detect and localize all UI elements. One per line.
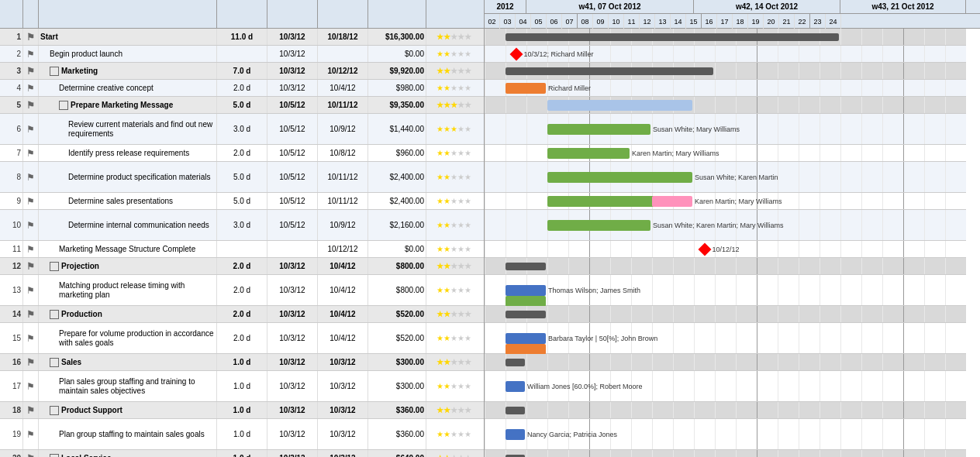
cell-flag[interactable]: ⚑ bbox=[23, 402, 39, 418]
cell-start: 10/5/12 bbox=[267, 114, 318, 144]
cell-flag[interactable]: ⚑ bbox=[23, 258, 39, 274]
cell-priority: ★★★★★ bbox=[426, 193, 481, 209]
gantt-day-label: 09 bbox=[593, 14, 609, 29]
col-header-finish bbox=[318, 0, 368, 28]
cell-finish: 10/3/12 bbox=[318, 402, 368, 418]
cell-duration: 2.0 d bbox=[217, 145, 267, 161]
cell-priority: ★★★★★ bbox=[426, 114, 481, 144]
gantt-row: Barbara Taylor | 50[%]; John Brown bbox=[485, 323, 966, 354]
cell-num: 2 bbox=[0, 46, 23, 62]
cell-name: Determine sales presentations bbox=[39, 193, 217, 209]
table-row: 4⚑Determine creative concept2.0 d10/3/12… bbox=[0, 80, 484, 97]
cell-cost: $520.00 bbox=[368, 306, 426, 322]
cell-num: 18 bbox=[0, 402, 23, 418]
cell-flag[interactable]: ⚑ bbox=[23, 419, 39, 449]
cell-priority: ★★★★★ bbox=[426, 275, 481, 305]
cell-flag[interactable]: ⚑ bbox=[23, 145, 39, 161]
col-header-duration bbox=[217, 0, 267, 28]
cell-duration: 2.0 d bbox=[217, 258, 267, 274]
cell-cost: $980.00 bbox=[368, 80, 426, 96]
cell-start: 10/5/12 bbox=[267, 97, 318, 113]
cell-duration: 2.0 d bbox=[217, 275, 267, 305]
gantt-bar[interactable] bbox=[547, 148, 630, 159]
cell-finish: 10/18/12 bbox=[318, 29, 368, 45]
gantt-bar[interactable] bbox=[506, 407, 525, 414]
gantt-bar[interactable] bbox=[506, 455, 525, 458]
cell-start: 10/3/12 bbox=[267, 80, 318, 96]
gantt-row bbox=[485, 258, 966, 275]
cell-duration: 1.0 d bbox=[217, 354, 267, 370]
gantt-day-label: 10 bbox=[609, 14, 624, 29]
cell-priority: ★★★★★ bbox=[426, 419, 481, 449]
gantt-bar[interactable] bbox=[506, 296, 546, 307]
gantt-bar-label: Susan White; Karen Martin; Mary Williams bbox=[653, 222, 784, 229]
gantt-bar-label: Barbara Taylor | 50[%]; John Brown bbox=[548, 335, 657, 342]
cell-flag[interactable]: ⚑ bbox=[23, 371, 39, 401]
cell-flag[interactable]: ⚑ bbox=[23, 193, 39, 209]
gantt-bar[interactable] bbox=[506, 311, 546, 318]
gantt-bar-label: Karen Martin; Mary Williams bbox=[632, 149, 719, 157]
cell-start: 10/5/12 bbox=[267, 210, 318, 240]
gantt-bar[interactable] bbox=[506, 285, 546, 296]
cell-flag[interactable]: ⚑ bbox=[23, 323, 39, 353]
gantt-bar[interactable] bbox=[506, 83, 546, 94]
cell-flag[interactable]: ⚑ bbox=[23, 450, 39, 457]
cell-duration bbox=[217, 46, 267, 62]
gantt-bar[interactable] bbox=[547, 172, 692, 183]
cell-flag[interactable]: ⚑ bbox=[23, 241, 39, 257]
gantt-bar[interactable] bbox=[506, 33, 839, 41]
cell-cost: $640.00 bbox=[368, 450, 426, 457]
cell-cost: $360.00 bbox=[368, 402, 426, 418]
gantt-bar[interactable] bbox=[652, 196, 692, 207]
cell-flag[interactable]: ⚑ bbox=[23, 63, 39, 79]
cell-flag[interactable]: ⚑ bbox=[23, 354, 39, 370]
cell-duration: 5.0 d bbox=[217, 97, 267, 113]
cell-finish: 10/12/12 bbox=[318, 63, 368, 79]
table-row: 15⚑Prepare for volume production in acco… bbox=[0, 323, 484, 354]
gantt-bar[interactable] bbox=[506, 429, 525, 440]
gantt-bar[interactable] bbox=[506, 263, 546, 270]
gantt-bar[interactable] bbox=[506, 333, 546, 344]
cell-flag[interactable]: ⚑ bbox=[23, 80, 39, 96]
cell-num: 11 bbox=[0, 241, 23, 257]
cell-duration: 3.0 d bbox=[217, 210, 267, 240]
cell-flag[interactable]: ⚑ bbox=[23, 97, 39, 113]
cell-cost: $520.00 bbox=[368, 323, 426, 353]
gantt-week-label: w43, 21 Oct 2012 bbox=[840, 0, 966, 13]
cell-start bbox=[267, 241, 318, 257]
gantt-week-label: w41, 07 Oct 2012 bbox=[526, 0, 694, 13]
cell-cost: $2,160.00 bbox=[368, 210, 426, 240]
cell-finish bbox=[318, 46, 368, 62]
cell-name: Plan sales group staffing and training t… bbox=[39, 371, 217, 401]
cell-cost: $300.00 bbox=[368, 354, 426, 370]
cell-priority: ★★★★★ bbox=[426, 258, 481, 274]
cell-flag[interactable]: ⚑ bbox=[23, 46, 39, 62]
gantt-week-label: 2012 bbox=[485, 0, 526, 13]
milestone-label: 10/3/12; Richard Miller bbox=[524, 50, 594, 58]
gantt-bar[interactable] bbox=[547, 124, 650, 135]
cell-finish: 10/4/12 bbox=[318, 80, 368, 96]
col-header-flag bbox=[23, 0, 39, 28]
cell-flag[interactable]: ⚑ bbox=[23, 114, 39, 144]
cell-name: Start bbox=[39, 29, 217, 45]
table-row: 18⚑Product Support1.0 d10/3/1210/3/12$36… bbox=[0, 402, 484, 419]
cell-finish: 10/3/12 bbox=[318, 354, 368, 370]
gantt-bar[interactable] bbox=[506, 359, 525, 366]
cell-name: Sales bbox=[39, 354, 217, 370]
gantt-bar[interactable] bbox=[506, 381, 525, 392]
gantt-bar[interactable] bbox=[506, 67, 713, 75]
gantt-bar-label: Thomas Wilson; James Smith bbox=[548, 287, 640, 294]
table-header bbox=[0, 0, 484, 29]
cell-flag[interactable]: ⚑ bbox=[23, 210, 39, 240]
cell-flag[interactable]: ⚑ bbox=[23, 275, 39, 305]
gantt-bar[interactable] bbox=[547, 100, 692, 111]
cell-flag[interactable]: ⚑ bbox=[23, 162, 39, 192]
cell-name: Local Service bbox=[39, 450, 217, 457]
gantt-bar[interactable] bbox=[506, 344, 546, 355]
gantt-header: 2012w41, 07 Oct 2012w42, 14 Oct 2012w43,… bbox=[485, 0, 980, 29]
cell-priority: ★★★★★ bbox=[426, 46, 481, 62]
cell-num: 8 bbox=[0, 162, 23, 192]
gantt-bar[interactable] bbox=[547, 220, 650, 231]
cell-flag[interactable]: ⚑ bbox=[23, 29, 39, 45]
cell-flag[interactable]: ⚑ bbox=[23, 306, 39, 322]
